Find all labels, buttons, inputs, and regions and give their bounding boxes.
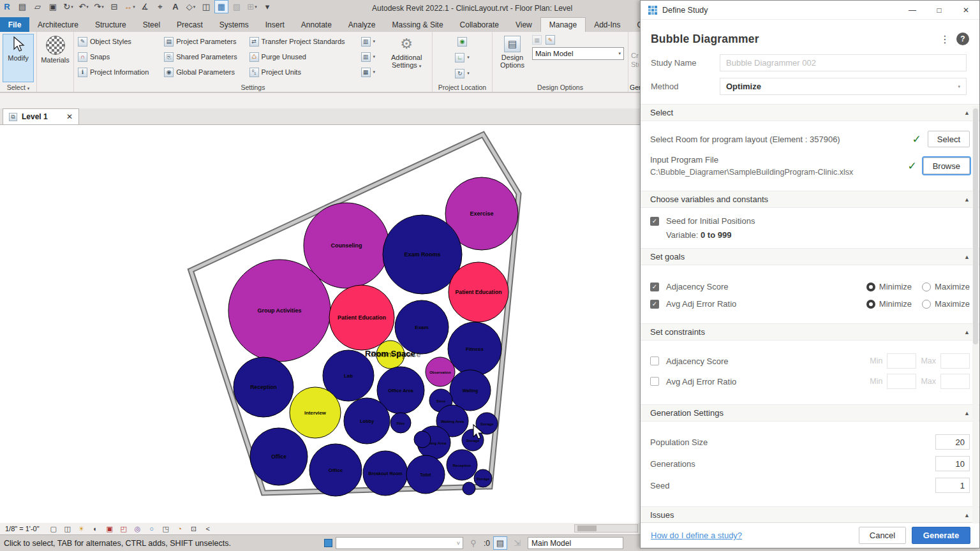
- measure-icon[interactable]: ↔▾: [122, 0, 137, 13]
- design-options-button[interactable]: ▤ DesignOptions: [495, 34, 530, 82]
- detail-level-icon[interactable]: ◫: [61, 524, 74, 534]
- text-icon[interactable]: A: [168, 0, 182, 13]
- active-design-option-field[interactable]: Main Model: [528, 537, 623, 549]
- shared-parameters-button[interactable]: ⎘Shared Parameters: [163, 49, 245, 64]
- view-scale[interactable]: 1/8" = 1'-0": [5, 525, 40, 533]
- modify-button[interactable]: Modify: [3, 34, 34, 82]
- default-3d-view-icon[interactable]: ◇▾: [184, 0, 198, 13]
- active-design-option-dropdown[interactable]: Main Model▾: [532, 47, 624, 60]
- position-dropdown[interactable]: ↻▾: [454, 66, 471, 81]
- project-parameters-button[interactable]: ▤Project Parameters: [163, 34, 245, 49]
- additional-settings-button[interactable]: ⚙ AdditionalSettings ▾: [383, 34, 429, 82]
- save-icon[interactable]: ▣: [46, 0, 60, 13]
- max-input[interactable]: [940, 374, 970, 389]
- shadows-icon[interactable]: ◐: [89, 524, 102, 534]
- bubble-unlabeled[interactable]: [414, 431, 431, 448]
- adjacency-score-checkbox[interactable]: ✓: [650, 283, 659, 291]
- select-panel-label[interactable]: Select ▾: [0, 84, 36, 91]
- tab-precast[interactable]: Precast: [168, 17, 211, 32]
- tab-add-ins[interactable]: Add-Ins: [586, 17, 628, 32]
- close-view-icon[interactable]: ✕: [66, 112, 73, 121]
- seed-input[interactable]: [935, 478, 970, 493]
- file-document-icon[interactable]: ▤: [15, 0, 29, 13]
- horizontal-scrollbar[interactable]: [574, 524, 638, 533]
- sync-with-central-icon[interactable]: ↻▾: [61, 0, 75, 13]
- minimize-radio[interactable]: [866, 283, 875, 291]
- seed-checkbox[interactable]: ✓: [650, 217, 659, 226]
- customize-qat-icon[interactable]: ▾: [260, 0, 274, 13]
- maximize-radio[interactable]: [922, 283, 931, 291]
- worksharing-display-icon[interactable]: ◔: [174, 524, 186, 534]
- schedule-icon[interactable]: ▦: [214, 0, 228, 13]
- browse-button[interactable]: Browse: [923, 158, 970, 174]
- purge-unused-button[interactable]: ♺Purge Unused: [248, 49, 357, 64]
- tab-file[interactable]: File: [0, 17, 29, 32]
- tab-insert[interactable]: Insert: [257, 17, 293, 32]
- materials-button[interactable]: Materials: [40, 34, 71, 82]
- project-information-button[interactable]: ℹProject Information: [77, 64, 160, 80]
- view-tab-level-1[interactable]: ⧉ Level 1 ✕: [3, 108, 79, 124]
- worksets-dropdown[interactable]: ˅: [336, 537, 463, 549]
- section-generation-settings[interactable]: Generation Settings▲: [641, 404, 979, 422]
- show-crop-region-icon[interactable]: ▣: [103, 524, 116, 534]
- tab-massing-site[interactable]: Massing & Site: [384, 17, 452, 32]
- section-variables[interactable]: Choose variables and constants▲: [641, 191, 979, 208]
- cancel-button[interactable]: Cancel: [859, 527, 906, 544]
- scrollbar-thumb[interactable]: [577, 525, 597, 531]
- editable-only-icon[interactable]: ⇲: [510, 536, 524, 550]
- tab-analyze[interactable]: Analyze: [340, 17, 384, 32]
- minimize-radio[interactable]: [866, 300, 875, 309]
- generations-input[interactable]: [935, 456, 970, 471]
- avg-adj-constraint-checkbox[interactable]: [650, 377, 659, 386]
- tag-by-category-icon[interactable]: ⌖: [153, 0, 167, 13]
- panel-schedule-templates-dropdown[interactable]: ▦▾: [360, 64, 382, 80]
- study-name-input[interactable]: [720, 54, 967, 71]
- add-to-set-icon[interactable]: ▦: [532, 35, 542, 45]
- aligned-dimension-icon[interactable]: ∡: [138, 0, 152, 13]
- max-input[interactable]: [940, 353, 970, 369]
- adjacency-constraint-checkbox[interactable]: [650, 356, 659, 365]
- section-select[interactable]: Select▲: [641, 104, 979, 121]
- reveal-constraints-icon[interactable]: ◳: [160, 524, 172, 534]
- crop-view-icon[interactable]: ◰: [117, 524, 130, 534]
- coordinates-dropdown[interactable]: ∟▾: [454, 50, 471, 65]
- worksets-icon[interactable]: [324, 539, 332, 547]
- reveal-hidden-elements-icon[interactable]: ◎: [131, 524, 144, 534]
- print-icon[interactable]: ⊟: [107, 0, 121, 13]
- tab-architecture[interactable]: Architecture: [29, 17, 87, 32]
- location-button[interactable]: ◉: [456, 34, 468, 49]
- tab-steel[interactable]: Steel: [135, 17, 168, 32]
- maximize-radio[interactable]: [922, 300, 931, 309]
- section-constraints[interactable]: Set constraints▲: [641, 323, 979, 341]
- help-icon[interactable]: ?: [956, 33, 969, 45]
- redo-icon[interactable]: ↷▾: [92, 0, 106, 13]
- min-input[interactable]: [887, 374, 916, 389]
- visual-style-icon[interactable]: ▢: [47, 524, 60, 534]
- open-icon[interactable]: ▱: [31, 0, 45, 13]
- select-room-button[interactable]: Select: [928, 131, 970, 147]
- snaps-button[interactable]: ∩Snaps: [77, 49, 160, 64]
- section-icon[interactable]: ◫: [199, 0, 213, 13]
- dialog-scrollbar[interactable]: [972, 106, 979, 524]
- tab-systems[interactable]: Systems: [211, 17, 257, 32]
- structural-settings-dropdown[interactable]: ▥▾: [360, 34, 382, 49]
- undo-icon[interactable]: ↶▾: [77, 0, 91, 13]
- close-button[interactable]: ✕: [953, 1, 979, 20]
- bubble-unlabeled[interactable]: [463, 482, 475, 495]
- project-units-button[interactable]: ⁰₁Project Units: [248, 64, 357, 80]
- section-issues[interactable]: Issues▲: [641, 506, 979, 524]
- tab-annotate[interactable]: Annotate: [293, 17, 340, 32]
- kebab-menu-icon[interactable]: ⋮: [933, 33, 956, 45]
- sun-path-icon[interactable]: ☀: [75, 524, 88, 534]
- lock-view-icon[interactable]: ⊡: [188, 524, 200, 534]
- room-tag[interactable]: Room Space: [365, 349, 415, 358]
- min-input[interactable]: [887, 353, 916, 369]
- global-parameters-button[interactable]: ◉Global Parameters: [163, 64, 245, 80]
- transfer-project-standards-button[interactable]: ⇄Transfer Project Standards: [248, 34, 357, 49]
- avg-adj-error-checkbox[interactable]: ✓: [650, 300, 659, 309]
- generate-button[interactable]: Generate: [912, 527, 970, 544]
- close-inactive-windows-icon[interactable]: ▨: [230, 0, 244, 13]
- maximize-button[interactable]: □: [926, 1, 953, 20]
- collapse-icon[interactable]: <: [202, 524, 214, 534]
- filter-icon[interactable]: ⚲: [466, 536, 480, 550]
